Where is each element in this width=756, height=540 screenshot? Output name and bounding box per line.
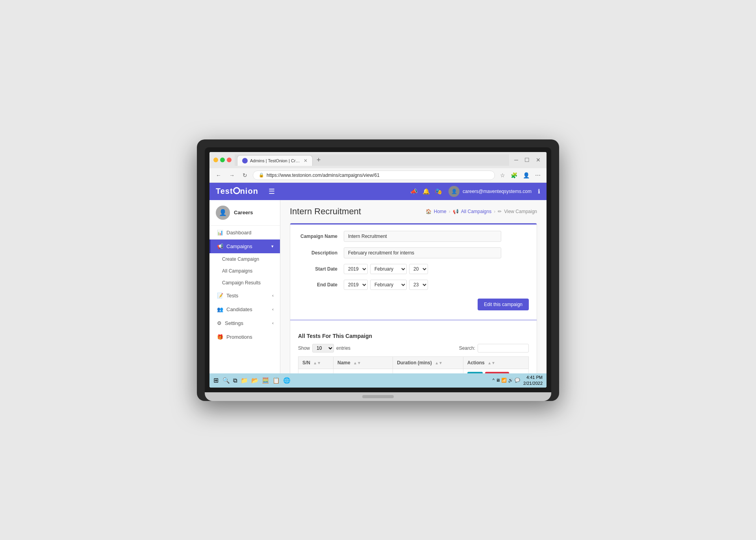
start-button[interactable]: ⊞ xyxy=(213,377,219,384)
taskview-icon[interactable]: ⧉ xyxy=(233,377,237,384)
window-minimize-btn[interactable]: ─ xyxy=(512,156,520,164)
card-body: Campaign Name Description Start Date xyxy=(290,225,537,317)
start-date-row: Start Date 201920202021 JanuaryFebruaryM… xyxy=(298,264,529,274)
actions-label: Actions xyxy=(467,360,485,366)
sidebar-item-create-campaign[interactable]: Create Campaign xyxy=(209,253,280,265)
sidebar-item-label: Candidates xyxy=(226,306,252,312)
forward-button[interactable]: → xyxy=(227,171,237,180)
end-date-row: End Date 201920202021 JanuaryFebruaryMar… xyxy=(298,280,529,290)
sidebar-item-label: Campaigns xyxy=(226,243,252,249)
chevron-right-icon: ‹ xyxy=(272,307,274,312)
name-label: Name xyxy=(337,360,350,366)
tests-section: All Tests For This Campaign Show 1025501… xyxy=(290,327,537,373)
description-row: Description xyxy=(298,247,529,258)
search-label: Search: xyxy=(459,345,475,351)
campaign-name-input[interactable] xyxy=(344,231,501,242)
sidebar-item-campaigns[interactable]: 📢 Campaigns ▾ xyxy=(209,239,280,253)
cell-sn: 1 xyxy=(298,369,334,373)
sidebar-item-all-campaigns[interactable]: All Campaigns xyxy=(209,265,280,277)
sidebar-item-settings[interactable]: ⚙ Settings ‹ xyxy=(209,316,280,330)
back-button[interactable]: ← xyxy=(213,171,224,180)
lock-icon: 🔒 xyxy=(259,173,264,178)
candidates-icon: 👥 xyxy=(217,306,223,312)
close-button[interactable] xyxy=(227,158,232,162)
campaigns-submenu: Create Campaign All Campaigns Campaign R… xyxy=(209,253,280,289)
minimize-button[interactable] xyxy=(213,158,218,162)
new-tab-button[interactable]: + xyxy=(313,154,324,166)
refresh-button[interactable]: ↻ xyxy=(240,171,250,180)
hamburger-button[interactable]: ☰ xyxy=(269,187,275,196)
maximize-button[interactable] xyxy=(220,158,225,162)
sidebar-item-label: Dashboard xyxy=(226,230,252,236)
calc-icon[interactable]: 🧮 xyxy=(262,377,269,384)
explorer-icon[interactable]: 📂 xyxy=(251,377,259,384)
tab-close-icon[interactable]: ✕ xyxy=(304,158,308,163)
entries-select[interactable]: 102550100 xyxy=(312,344,334,353)
sidebar-item-campaign-results[interactable]: Campaign Results xyxy=(209,277,280,289)
end-date-label: End Date xyxy=(298,282,337,288)
start-month-select[interactable]: JanuaryFebruaryMarchAprilMayJuneJulyAugu… xyxy=(370,264,407,274)
taskbar-icons: 🔍 ⧉ 📁 📂 🧮 📋 🌐 xyxy=(222,377,291,384)
campaigns-icon: 📢 xyxy=(217,243,223,249)
tests-section-title: All Tests For This Campaign xyxy=(298,333,529,339)
address-bar[interactable]: 🔒 https://www.testonion.com/admins/campa… xyxy=(253,171,495,180)
col-sn[interactable]: S/N ▲▼ xyxy=(298,356,334,369)
end-month-select[interactable]: JanuaryFebruaryMarchAprilMayJuneJulyAugu… xyxy=(370,280,407,290)
profile-icon[interactable]: 👤 xyxy=(521,171,532,180)
sidebar-item-candidates[interactable]: 👥 Candidates ‹ xyxy=(209,302,280,316)
clipboard-icon[interactable]: 📋 xyxy=(272,377,280,384)
sidebar-item-dashboard[interactable]: 📊 Dashboard xyxy=(209,226,280,239)
files-icon[interactable]: 📁 xyxy=(241,377,248,384)
bell-icon[interactable]: 🔔 xyxy=(422,188,430,195)
extensions-icon[interactable]: 🧩 xyxy=(509,171,519,180)
cell-actions: Edit Remove xyxy=(463,369,528,373)
description-input[interactable] xyxy=(344,247,501,258)
star-icon[interactable]: ☆ xyxy=(498,171,507,180)
sidebar-item-promotions[interactable]: 🎁 Promotions xyxy=(209,330,280,344)
table-controls: Show 102550100 entries Search: xyxy=(298,344,529,353)
info-icon[interactable]: ℹ xyxy=(538,188,540,195)
start-day-select[interactable]: 181920212223 xyxy=(409,264,428,274)
megaphone-icon[interactable]: 📣 xyxy=(410,188,418,195)
dashboard-icon: 📊 xyxy=(217,230,223,236)
laptop-notch xyxy=(362,395,394,398)
user-email: careers@maventeqsystems.com xyxy=(463,189,532,194)
search-taskbar-icon[interactable]: 🔍 xyxy=(222,377,230,384)
settings-icon: ⚙ xyxy=(217,320,222,326)
edit-campaign-button[interactable]: Edit this campaign xyxy=(478,299,529,310)
date-display: 2/21/2022 xyxy=(523,380,543,386)
navbar-icons: 📣 🔔 🎭 xyxy=(410,188,442,195)
sidebar-user: 👤 Careers xyxy=(209,200,280,226)
menu-icon[interactable]: ⋯ xyxy=(533,171,543,180)
campaign-name-label: Campaign Name xyxy=(298,234,337,239)
sidebar-item-label: Tests xyxy=(226,293,238,299)
breadcrumb-all-campaigns[interactable]: All Campaigns xyxy=(461,209,491,214)
col-duration[interactable]: Duration (mins) ▲▼ xyxy=(393,356,463,369)
sort-icon: ▲▼ xyxy=(353,361,361,365)
search-input[interactable] xyxy=(478,344,529,353)
window-restore-btn[interactable]: ☐ xyxy=(523,156,532,164)
duration-label: Duration (mins) xyxy=(397,360,432,366)
edge-icon[interactable]: 🌐 xyxy=(283,377,291,384)
mask-icon[interactable]: 🎭 xyxy=(435,188,442,195)
taskbar-time: 4:41 PM 2/21/2022 xyxy=(523,375,543,386)
home-icon: 🏠 xyxy=(426,209,432,214)
chevron-right-icon: ‹ xyxy=(272,321,274,325)
end-year-select[interactable]: 201920202021 xyxy=(344,280,368,290)
sort-icon: ▲▼ xyxy=(313,361,321,365)
sn-label: S/N xyxy=(302,360,310,366)
tray-icons: ^ 🖥 📶 🔊 💬 xyxy=(493,378,520,383)
breadcrumb-home[interactable]: Home xyxy=(434,209,447,214)
col-name[interactable]: Name ▲▼ xyxy=(334,356,393,369)
window-close-btn[interactable]: ✕ xyxy=(534,156,543,164)
promotions-icon: 🎁 xyxy=(217,334,223,340)
sidebar-username: Careers xyxy=(234,210,253,215)
tests-table: S/N ▲▼ Name ▲▼ xyxy=(298,356,529,373)
end-day-select[interactable]: 2122232425 xyxy=(409,280,428,290)
end-date-group: 201920202021 JanuaryFebruaryMarchAprilMa… xyxy=(344,280,428,290)
start-year-select[interactable]: 201920202021 xyxy=(344,264,368,274)
col-actions[interactable]: Actions ▲▼ xyxy=(463,356,528,369)
show-label: Show xyxy=(298,345,310,351)
browser-tab[interactable]: Admins | TestOnion | Create and... ✕ xyxy=(237,155,313,166)
sidebar-item-tests[interactable]: 📝 Tests ‹ xyxy=(209,289,280,302)
